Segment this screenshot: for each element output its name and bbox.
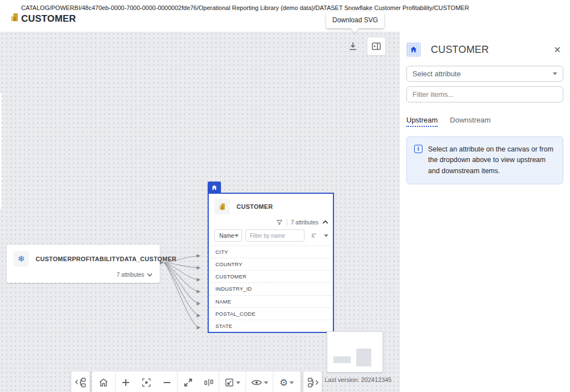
fit-to-selection-button[interactable]: [136, 371, 157, 392]
expand-downstream-icon: [306, 377, 320, 388]
tab-upstream[interactable]: Upstream: [406, 116, 438, 127]
fit-view-icon: [141, 377, 152, 388]
attribute-sort-field-select[interactable]: Name: [214, 229, 242, 242]
attribute-list: CITYCOUNTRYCUSTOMERINDUSTRY_IDNAMEPOSTAL…: [209, 246, 333, 332]
toggle-side-panel-button[interactable]: [367, 37, 386, 56]
chevron-down-icon: [236, 381, 240, 384]
target-node-title[interactable]: CUSTOMER: [237, 203, 273, 210]
visibility-menu-button[interactable]: [246, 371, 273, 392]
minimap-node-target: [356, 349, 371, 366]
chevron-down-icon: [289, 381, 294, 384]
panel-title: CUSTOMER: [431, 44, 552, 56]
settings-menu-button[interactable]: ⚙: [273, 371, 300, 392]
filter-funnel-icon[interactable]: [276, 219, 283, 226]
chevron-down-icon[interactable]: [324, 234, 328, 237]
target-attributes-count: 7 attributes: [291, 219, 318, 226]
snowflake-icon-box: ❄: [13, 251, 29, 267]
zoom-in-button[interactable]: [116, 371, 136, 392]
download-icon: [347, 41, 358, 52]
info-callout: i Select an attribute on the canvas or f…: [406, 136, 563, 184]
minimap-node-source: [333, 356, 351, 363]
chevron-down-icon: [264, 381, 268, 384]
chevron-up-icon[interactable]: [322, 220, 328, 224]
attribute-row[interactable]: NAME: [209, 295, 333, 307]
attribute-row[interactable]: INDUSTRY_ID: [209, 282, 333, 295]
filter-items-input[interactable]: [406, 86, 563, 102]
chevron-down-icon: [147, 273, 153, 277]
expand-upstream-button[interactable]: [71, 371, 90, 392]
canvas-controls: [343, 37, 386, 56]
attribute-row[interactable]: CUSTOMER: [209, 270, 333, 282]
tab-downstream[interactable]: Downstream: [450, 116, 490, 127]
page-header: CATALOG/POWERBI/48c470eb-0000-7000-0000-…: [0, 0, 570, 32]
expand-downstream-button[interactable]: [303, 371, 322, 392]
node-source-snowflake-table[interactable]: ❄ CUSTOMERPROFITABILITYDATA_CUSTOMER 7 a…: [7, 245, 160, 283]
attribute-row[interactable]: CITY: [209, 246, 333, 258]
visibility-icon: [251, 378, 262, 387]
last-version-label: Last version: 202412345: [325, 376, 391, 383]
zoom-out-button[interactable]: [157, 371, 177, 392]
chevron-down-icon: [553, 72, 557, 75]
home-entity-badge: [406, 42, 421, 57]
attribute-row[interactable]: POSTAL_CODE: [209, 307, 333, 320]
source-node-title[interactable]: CUSTOMERPROFITABILITYDATA_CUSTOMER: [36, 256, 176, 262]
close-icon[interactable]: ✕: [552, 43, 563, 56]
zoom-in-icon: [121, 378, 131, 388]
snowflake-icon: ❄: [18, 254, 25, 264]
node-target-customer[interactable]: CUSTOMER 7 attributes Name CITYCOUNTRYCU…: [208, 193, 334, 333]
fullscreen-button[interactable]: [178, 371, 199, 392]
attribute-filter-input[interactable]: [245, 229, 304, 242]
sort-field-label: Name: [219, 233, 234, 239]
home-icon: [98, 377, 109, 388]
powerbi-dataset-icon: [218, 202, 227, 211]
home-icon: [410, 46, 417, 53]
source-attributes-count: 7 attributes: [117, 272, 144, 278]
home-icon: [211, 184, 218, 191]
canvas-toolbar: ⚙: [92, 371, 301, 392]
sort-ascending-icon[interactable]: [311, 232, 316, 239]
attribute-row[interactable]: STATE: [209, 320, 333, 332]
expand-upstream-icon: [74, 377, 87, 388]
lineage-app: CATALOG/POWERBI/48c470eb-0000-7000-0000-…: [0, 0, 570, 392]
home-node-badge: [208, 182, 221, 194]
settings-icon: ⚙: [279, 378, 288, 388]
dataset-gold-icon: [9, 12, 20, 23]
chevron-down-icon: [234, 234, 239, 237]
info-icon: i: [414, 145, 422, 153]
export-icon: [224, 378, 234, 388]
divider: [287, 219, 287, 226]
page-title: CUSTOMER: [21, 13, 76, 24]
toggle-panel-icon: [371, 41, 382, 52]
zoom-out-icon: [162, 378, 172, 388]
attribute-row[interactable]: COUNTRY: [209, 258, 333, 270]
powerbi-dataset-icon-box: [214, 199, 230, 214]
stream-tabs: Upstream Downstream: [406, 116, 563, 127]
tooltip-label: Download SVG: [332, 16, 378, 24]
breadcrumb[interactable]: CATALOG/POWERBI/48c470eb-0000-7000-0000-…: [21, 4, 469, 11]
info-message: Select an attribute on the canvas or fro…: [428, 144, 555, 177]
lineage-side-panel: CUSTOMER ✕ Select attribute Upstream Dow…: [399, 32, 570, 392]
source-attributes-toggle[interactable]: 7 attributes: [117, 272, 153, 278]
fullscreen-icon: [183, 378, 193, 388]
select-attribute-placeholder: Select attribute: [412, 70, 461, 78]
export-menu-button[interactable]: [219, 371, 245, 392]
minimap[interactable]: [327, 331, 383, 373]
offscreen-node-edge: [0, 93, 2, 209]
download-svg-tooltip: Download SVG: [326, 12, 384, 28]
layout-direction-button[interactable]: [199, 371, 219, 392]
layout-icon: [204, 378, 214, 387]
select-attribute-dropdown[interactable]: Select attribute: [406, 66, 563, 82]
download-svg-button[interactable]: [343, 37, 362, 56]
home-view-button[interactable]: [92, 371, 115, 392]
